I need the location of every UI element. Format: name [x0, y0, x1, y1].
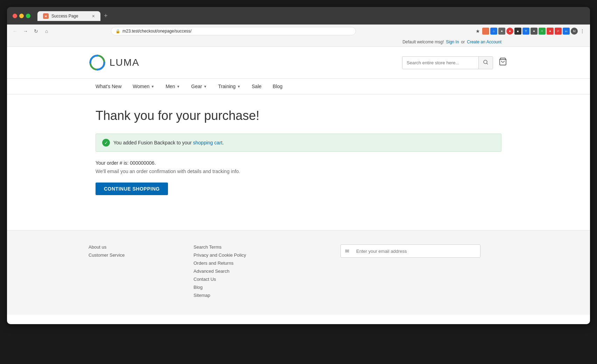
cart-svg-icon: [499, 57, 507, 66]
svg-text:M: M: [45, 15, 47, 17]
footer-link-advanced-search[interactable]: Advanced Search: [194, 269, 319, 274]
extension-icon-4[interactable]: ●: [506, 28, 513, 35]
newsletter-input-wrap: ✉: [340, 244, 480, 258]
success-prefix: You added Fusion Backpack to your: [113, 140, 193, 145]
minimize-traffic-light[interactable]: [19, 14, 24, 18]
page-content: Default welcome msg! Sign In or Create a…: [7, 37, 590, 324]
extension-icon-8[interactable]: +: [539, 28, 546, 35]
header-inner: LUMA: [89, 54, 508, 71]
success-checkmark-icon: ✓: [102, 139, 110, 147]
star-icon[interactable]: ★: [474, 28, 481, 35]
new-tab-button[interactable]: +: [100, 10, 111, 21]
browser-window: M Success Page × + ← → ↻ ⌂ 🔒 m23.test/ch…: [7, 7, 590, 324]
extension-icon-9[interactable]: ●: [547, 28, 554, 35]
close-traffic-light[interactable]: [13, 14, 17, 18]
tab-title: Success Page: [51, 14, 78, 19]
reload-button[interactable]: ↻: [32, 27, 40, 35]
menu-button[interactable]: ⋮: [579, 28, 586, 35]
page-title: Thank you for your purchase!: [96, 108, 501, 123]
nav-item-training[interactable]: Training ▼: [212, 79, 246, 94]
footer-link-about[interactable]: About us: [89, 244, 173, 250]
order-number-label: Your order # is:: [96, 160, 130, 166]
men-chevron-icon: ▼: [176, 85, 180, 88]
success-alert: ✓ You added Fusion Backpack to your shop…: [96, 134, 501, 152]
extension-icon-10[interactable]: P: [555, 28, 562, 35]
footer-link-search-terms[interactable]: Search Terms: [194, 244, 319, 250]
svg-line-6: [487, 63, 488, 64]
nav-inner: What's New Women ▼ Men ▼ Gear ▼ Training…: [89, 79, 508, 94]
newsletter-email-input[interactable]: [353, 245, 480, 257]
browser-actions: ★ ⌂ ● ● ■ T ● + ● P in M ⋮: [474, 28, 586, 35]
extension-icon-6[interactable]: T: [522, 28, 529, 35]
top-bar-inner: Default welcome msg! Sign In or Create a…: [89, 40, 508, 44]
extension-icon-12[interactable]: M: [571, 28, 578, 35]
order-email-info: We'll email you an order confirmation wi…: [96, 169, 501, 174]
footer-inner: About us Customer Service Search Terms P…: [89, 244, 508, 301]
traffic-lights: [13, 14, 30, 18]
extension-icon-1[interactable]: [482, 28, 489, 35]
footer-link-sitemap[interactable]: Sitemap: [194, 293, 319, 298]
tab-close-button[interactable]: ×: [92, 13, 95, 19]
order-number: 000000006.: [130, 160, 156, 166]
logo-text: LUMA: [110, 57, 140, 68]
extension-icon-11[interactable]: in: [563, 28, 570, 35]
extension-icons: ★ ⌂ ● ● ■ T ● + ● P in M ⋮: [474, 28, 586, 35]
gear-chevron-icon: ▼: [203, 85, 207, 88]
training-chevron-icon: ▼: [237, 85, 240, 88]
search-box: [402, 56, 493, 69]
email-icon: ✉: [341, 245, 353, 257]
active-tab[interactable]: M Success Page ×: [37, 11, 100, 21]
browser-titlebar: M Success Page × +: [7, 7, 590, 24]
create-account-link[interactable]: Create an Account: [467, 40, 501, 44]
nav-item-sale[interactable]: Sale: [246, 79, 267, 94]
footer-link-orders[interactable]: Orders and Returns: [194, 260, 319, 266]
lock-icon: 🔒: [115, 29, 120, 34]
nav-item-men[interactable]: Men ▼: [160, 79, 185, 94]
extension-icon-3[interactable]: ●: [498, 28, 505, 35]
logo[interactable]: LUMA: [89, 54, 140, 71]
forward-button[interactable]: →: [22, 27, 29, 35]
search-input[interactable]: [402, 57, 478, 68]
address-bar-row: ← → ↻ ⌂ 🔒 m23.test/checkout/onepage/succ…: [7, 24, 590, 37]
url-text: m23.test/checkout/onepage/success/: [122, 29, 351, 34]
nav-item-women[interactable]: Women ▼: [127, 79, 160, 94]
site-header: LUMA: [7, 47, 590, 79]
main-content: Thank you for your purchase! ✓ You added…: [89, 94, 508, 209]
address-bar[interactable]: 🔒 m23.test/checkout/onepage/success/: [111, 27, 356, 35]
footer-col-about: About us Customer Service: [89, 244, 173, 301]
tabs-bar: M Success Page × +: [37, 10, 111, 21]
navigation-bar: What's New Women ▼ Men ▼ Gear ▼ Training…: [7, 79, 590, 94]
footer-link-contact[interactable]: Contact Us: [194, 277, 319, 282]
continue-shopping-button[interactable]: Continue Shopping: [96, 183, 168, 195]
back-button[interactable]: ←: [11, 27, 19, 35]
nav-item-blog[interactable]: Blog: [267, 79, 288, 94]
footer-link-blog[interactable]: Blog: [194, 285, 319, 290]
search-icon: [483, 59, 489, 65]
women-chevron-icon: ▼: [151, 85, 154, 88]
logo-icon: [89, 54, 106, 71]
nav-item-gear[interactable]: Gear ▼: [185, 79, 212, 94]
footer-link-customer-service[interactable]: Customer Service: [89, 252, 173, 258]
tab-favicon: M: [43, 13, 49, 19]
footer-link-privacy[interactable]: Privacy and Cookie Policy: [194, 252, 319, 258]
sign-in-link[interactable]: Sign In: [446, 40, 459, 44]
search-button[interactable]: [478, 57, 493, 69]
or-text: or: [461, 40, 465, 44]
extension-icon-5[interactable]: ■: [514, 28, 521, 35]
header-right: [402, 56, 508, 69]
success-text: You added Fusion Backpack to your shoppi…: [113, 140, 224, 145]
success-suffix: .: [223, 140, 224, 145]
extension-icon-2[interactable]: ⌂: [490, 28, 497, 35]
extension-icon-7[interactable]: ●: [531, 28, 538, 35]
welcome-message: Default welcome msg!: [402, 40, 444, 44]
newsletter-col: ✉: [340, 244, 508, 301]
nav-item-whats-new[interactable]: What's New: [96, 79, 127, 94]
top-bar: Default welcome msg! Sign In or Create a…: [7, 37, 590, 47]
home-button[interactable]: ⌂: [43, 27, 50, 35]
order-number-info: Your order # is: 000000006.: [96, 160, 501, 166]
cart-icon[interactable]: [497, 56, 508, 69]
maximize-traffic-light[interactable]: [26, 14, 30, 18]
footer-col-links: Search Terms Privacy and Cookie Policy O…: [194, 244, 319, 301]
shopping-cart-link[interactable]: shopping cart: [193, 140, 223, 145]
site-footer: About us Customer Service Search Terms P…: [7, 230, 590, 315]
